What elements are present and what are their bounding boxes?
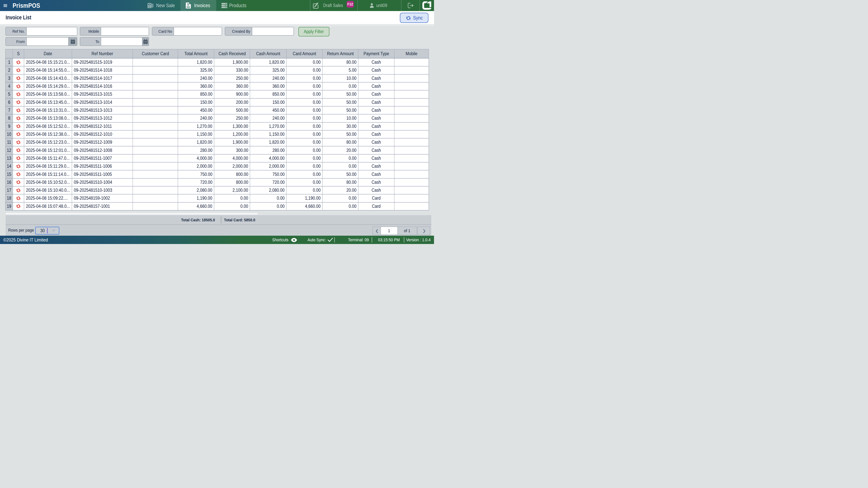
svg-text:$: $ [187, 3, 189, 6]
